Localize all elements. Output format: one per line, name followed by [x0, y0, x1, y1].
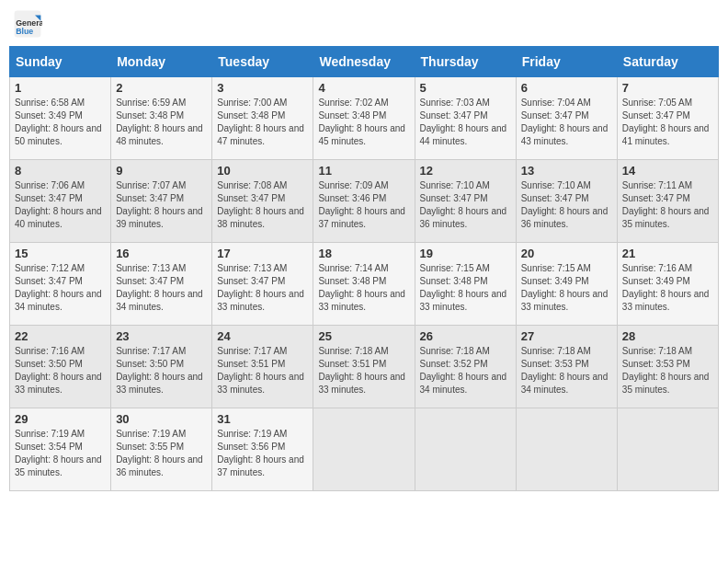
- weekday-header-thursday: Thursday: [415, 47, 516, 77]
- calendar-cell: 26Sunrise: 7:18 AMSunset: 3:52 PMDayligh…: [415, 326, 516, 408]
- day-number: 4: [318, 81, 409, 95]
- day-info: Sunrise: 7:19 AMSunset: 3:55 PMDaylight:…: [116, 428, 207, 479]
- calendar-week-row: 1Sunrise: 6:58 AMSunset: 3:49 PMDaylight…: [10, 77, 719, 160]
- day-info: Sunrise: 7:08 AMSunset: 3:47 PMDaylight:…: [217, 179, 308, 231]
- calendar-cell: 31Sunrise: 7:19 AMSunset: 3:56 PMDayligh…: [212, 408, 313, 491]
- calendar-cell: 9Sunrise: 7:07 AMSunset: 3:47 PMDaylight…: [111, 160, 212, 243]
- day-info: Sunrise: 7:10 AMSunset: 3:47 PMDaylight:…: [420, 179, 511, 231]
- calendar-cell: 6Sunrise: 7:04 AMSunset: 3:47 PMDaylight…: [516, 77, 617, 160]
- calendar-cell: 19Sunrise: 7:15 AMSunset: 3:48 PMDayligh…: [415, 243, 516, 326]
- day-number: 13: [521, 164, 612, 178]
- calendar-cell: 18Sunrise: 7:14 AMSunset: 3:48 PMDayligh…: [313, 243, 415, 326]
- day-info: Sunrise: 7:18 AMSunset: 3:51 PMDaylight:…: [318, 345, 409, 396]
- calendar-table: SundayMondayTuesdayWednesdayThursdayFrid…: [9, 46, 719, 491]
- day-info: Sunrise: 7:11 AMSunset: 3:47 PMDaylight:…: [622, 179, 713, 231]
- day-number: 18: [318, 247, 409, 260]
- day-info: Sunrise: 7:09 AMSunset: 3:46 PMDaylight:…: [318, 179, 409, 231]
- day-number: 2: [116, 81, 207, 95]
- day-info: Sunrise: 7:05 AMSunset: 3:47 PMDaylight:…: [622, 97, 713, 148]
- day-number: 5: [420, 81, 511, 95]
- day-info: Sunrise: 7:16 AMSunset: 3:49 PMDaylight:…: [622, 262, 713, 314]
- weekday-header-tuesday: Tuesday: [212, 47, 313, 77]
- day-info: Sunrise: 7:17 AMSunset: 3:50 PMDaylight:…: [116, 345, 207, 396]
- weekday-header-saturday: Saturday: [617, 47, 718, 77]
- calendar-cell: 10Sunrise: 7:08 AMSunset: 3:47 PMDayligh…: [212, 160, 313, 243]
- day-number: 1: [15, 81, 106, 95]
- calendar-cell: [415, 408, 516, 491]
- day-number: 30: [116, 412, 207, 426]
- calendar-cell: 15Sunrise: 7:12 AMSunset: 3:47 PMDayligh…: [10, 243, 111, 326]
- calendar-cell: 24Sunrise: 7:17 AMSunset: 3:51 PMDayligh…: [212, 326, 313, 408]
- day-info: Sunrise: 7:19 AMSunset: 3:56 PMDaylight:…: [217, 428, 308, 479]
- day-number: 19: [420, 247, 511, 260]
- weekday-header-row: SundayMondayTuesdayWednesdayThursdayFrid…: [10, 47, 719, 77]
- calendar-cell: 16Sunrise: 7:13 AMSunset: 3:47 PMDayligh…: [111, 243, 212, 326]
- day-info: Sunrise: 7:15 AMSunset: 3:49 PMDaylight:…: [521, 262, 612, 314]
- svg-text:Blue: Blue: [16, 27, 33, 36]
- day-info: Sunrise: 6:58 AMSunset: 3:49 PMDaylight:…: [15, 97, 106, 148]
- calendar-cell: 27Sunrise: 7:18 AMSunset: 3:53 PMDayligh…: [516, 326, 617, 408]
- calendar-cell: [313, 408, 415, 491]
- calendar-cell: 20Sunrise: 7:15 AMSunset: 3:49 PMDayligh…: [516, 243, 617, 326]
- calendar-cell: 8Sunrise: 7:06 AMSunset: 3:47 PMDaylight…: [10, 160, 111, 243]
- day-info: Sunrise: 7:14 AMSunset: 3:48 PMDaylight:…: [318, 262, 409, 314]
- calendar-cell: 14Sunrise: 7:11 AMSunset: 3:47 PMDayligh…: [617, 160, 718, 243]
- day-info: Sunrise: 7:06 AMSunset: 3:47 PMDaylight:…: [15, 179, 106, 231]
- page-header: General Blue: [9, 9, 719, 39]
- day-number: 3: [217, 81, 308, 95]
- calendar-cell: 21Sunrise: 7:16 AMSunset: 3:49 PMDayligh…: [617, 243, 718, 326]
- day-number: 10: [217, 164, 308, 178]
- day-info: Sunrise: 7:19 AMSunset: 3:54 PMDaylight:…: [15, 428, 106, 479]
- calendar-cell: 3Sunrise: 7:00 AMSunset: 3:48 PMDaylight…: [212, 77, 313, 160]
- weekday-header-sunday: Sunday: [10, 47, 111, 77]
- calendar-cell: 29Sunrise: 7:19 AMSunset: 3:54 PMDayligh…: [10, 408, 111, 491]
- day-info: Sunrise: 7:16 AMSunset: 3:50 PMDaylight:…: [15, 345, 106, 396]
- day-info: Sunrise: 7:03 AMSunset: 3:47 PMDaylight:…: [420, 97, 511, 148]
- day-info: Sunrise: 7:18 AMSunset: 3:53 PMDaylight:…: [521, 345, 612, 396]
- day-number: 25: [318, 329, 409, 343]
- weekday-header-wednesday: Wednesday: [313, 47, 415, 77]
- day-info: Sunrise: 6:59 AMSunset: 3:48 PMDaylight:…: [116, 97, 207, 148]
- day-number: 7: [622, 81, 713, 95]
- day-info: Sunrise: 7:02 AMSunset: 3:48 PMDaylight:…: [318, 97, 409, 148]
- day-info: Sunrise: 7:12 AMSunset: 3:47 PMDaylight:…: [15, 262, 106, 314]
- calendar-cell: 30Sunrise: 7:19 AMSunset: 3:55 PMDayligh…: [111, 408, 212, 491]
- calendar-cell: 5Sunrise: 7:03 AMSunset: 3:47 PMDaylight…: [415, 77, 516, 160]
- day-number: 27: [521, 329, 612, 343]
- logo-icon: General Blue: [13, 9, 42, 39]
- day-info: Sunrise: 7:10 AMSunset: 3:47 PMDaylight:…: [521, 179, 612, 231]
- day-number: 23: [116, 329, 207, 343]
- calendar-week-row: 8Sunrise: 7:06 AMSunset: 3:47 PMDaylight…: [10, 160, 719, 243]
- weekday-header-friday: Friday: [516, 47, 617, 77]
- day-number: 14: [622, 164, 713, 178]
- day-number: 16: [116, 247, 207, 260]
- calendar-cell: 7Sunrise: 7:05 AMSunset: 3:47 PMDaylight…: [617, 77, 718, 160]
- day-number: 28: [622, 329, 713, 343]
- day-number: 21: [622, 247, 713, 260]
- calendar-week-row: 15Sunrise: 7:12 AMSunset: 3:47 PMDayligh…: [10, 243, 719, 326]
- day-number: 24: [217, 329, 308, 343]
- calendar-cell: [516, 408, 617, 491]
- day-number: 8: [15, 164, 106, 178]
- day-number: 22: [15, 329, 106, 343]
- calendar-cell: 11Sunrise: 7:09 AMSunset: 3:46 PMDayligh…: [313, 160, 415, 243]
- day-number: 15: [15, 247, 106, 260]
- calendar-cell: [617, 408, 718, 491]
- day-number: 12: [420, 164, 511, 178]
- day-info: Sunrise: 7:18 AMSunset: 3:52 PMDaylight:…: [420, 345, 511, 396]
- day-info: Sunrise: 7:07 AMSunset: 3:47 PMDaylight:…: [116, 179, 207, 231]
- day-number: 6: [521, 81, 612, 95]
- day-number: 29: [15, 412, 106, 426]
- day-number: 20: [521, 247, 612, 260]
- day-number: 26: [420, 329, 511, 343]
- calendar-week-row: 29Sunrise: 7:19 AMSunset: 3:54 PMDayligh…: [10, 408, 719, 491]
- day-info: Sunrise: 7:13 AMSunset: 3:47 PMDaylight:…: [116, 262, 207, 314]
- calendar-cell: 12Sunrise: 7:10 AMSunset: 3:47 PMDayligh…: [415, 160, 516, 243]
- day-number: 9: [116, 164, 207, 178]
- calendar-cell: 22Sunrise: 7:16 AMSunset: 3:50 PMDayligh…: [10, 326, 111, 408]
- svg-text:General: General: [16, 18, 42, 28]
- day-info: Sunrise: 7:04 AMSunset: 3:47 PMDaylight:…: [521, 97, 612, 148]
- calendar-cell: 28Sunrise: 7:18 AMSunset: 3:53 PMDayligh…: [617, 326, 718, 408]
- calendar-cell: 17Sunrise: 7:13 AMSunset: 3:47 PMDayligh…: [212, 243, 313, 326]
- day-info: Sunrise: 7:15 AMSunset: 3:48 PMDaylight:…: [420, 262, 511, 314]
